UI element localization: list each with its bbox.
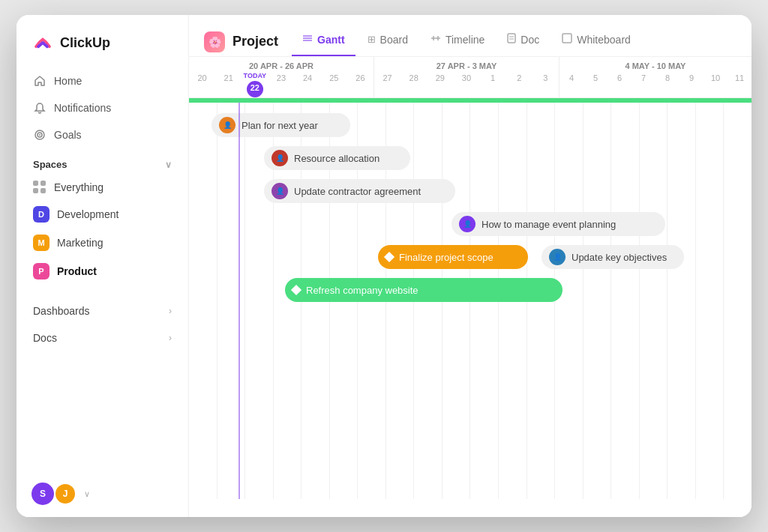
marketing-label: Marketing <box>57 237 103 249</box>
date-range-2: 27 APR - 3 MAY <box>374 57 559 72</box>
sidebar-item-development[interactable]: D Development <box>26 200 179 229</box>
development-label: Development <box>57 208 119 220</box>
product-badge: P <box>33 263 50 279</box>
dashboards-label: Dashboards <box>33 305 90 317</box>
avatar-user1[interactable]: S <box>32 483 54 505</box>
sidebar-item-docs[interactable]: Docs › <box>16 324 188 351</box>
task-avatar-plan: 👤 <box>219 117 236 133</box>
svg-rect-9 <box>508 34 515 43</box>
project-icon: 🌸 <box>204 31 225 52</box>
task-row: 👤 Resource allocation <box>189 142 752 175</box>
home-icon <box>33 74 46 88</box>
date-cell: 21 <box>217 72 241 97</box>
task-avatar-resource: 👤 <box>272 150 288 166</box>
timeline-tab-icon <box>430 33 441 46</box>
task-rows: 👤 Plan for next year 👤 Resource allocati… <box>189 103 752 312</box>
task-label-plan: Plan for next year <box>242 120 318 131</box>
gantt-date-header: 20 APR - 26 APR 20 21 TODAY 22 23 24 25 … <box>189 57 752 98</box>
sidebar-item-everything[interactable]: Everything <box>26 175 179 200</box>
dashboards-chevron-icon: › <box>169 306 172 316</box>
task-label-website: Refresh company website <box>306 285 418 296</box>
spaces-chevron-icon[interactable]: ∨ <box>165 160 172 170</box>
tab-timeline[interactable]: Timeline <box>420 27 495 56</box>
project-title: Project <box>232 34 278 49</box>
main-content: 🌸 Project Gantt ⊞ Board Timelin <box>189 15 752 517</box>
diamond-icon-website <box>291 285 302 295</box>
gantt-tab-icon <box>302 33 313 46</box>
tab-gantt[interactable]: Gantt <box>292 27 356 56</box>
docs-chevron-icon: › <box>169 333 172 343</box>
date-cell: 20 <box>190 72 214 97</box>
task-bar-objectives[interactable]: 👤 Update key objectives <box>542 245 684 269</box>
board-tab-label: Board <box>380 34 408 46</box>
svg-rect-12 <box>562 34 572 43</box>
everything-grid-icon <box>33 181 46 194</box>
tab-board[interactable]: ⊞ Board <box>357 28 418 56</box>
diamond-icon-finalize <box>384 252 394 262</box>
date-cell: 23 <box>269 72 293 97</box>
task-label-resource: Resource allocation <box>294 153 380 164</box>
development-badge: D <box>33 206 50 223</box>
task-bar-contractor[interactable]: 👤 Update contractor agreement <box>264 179 455 203</box>
svg-point-2 <box>39 134 40 136</box>
sidebar-item-home[interactable]: Home <box>26 67 179 94</box>
gantt-chart: 20 APR - 26 APR 20 21 TODAY 22 23 24 25 … <box>189 57 752 517</box>
footer-chevron-icon[interactable]: ∨ <box>84 489 90 499</box>
spaces-header: Spaces ∨ <box>16 148 188 175</box>
logo-area: ClickUp <box>16 15 188 67</box>
task-avatar-contractor: 👤 <box>272 183 288 199</box>
docs-label: Docs <box>33 332 57 344</box>
whiteboard-tab-icon <box>562 33 572 46</box>
sidebar-item-dashboards[interactable]: Dashboards › <box>16 297 188 324</box>
doc-tab-icon <box>507 33 516 46</box>
app-window: ClickUp Home Notifications Goals <box>16 15 752 517</box>
sidebar: ClickUp Home Notifications Goals <box>16 15 189 517</box>
tab-doc[interactable]: Doc <box>496 27 550 56</box>
task-bar-resource[interactable]: 👤 Resource allocation <box>264 146 410 170</box>
task-row: Finalize project scope 👤 Update key obje… <box>189 241 752 273</box>
logo-text: ClickUp <box>60 35 110 51</box>
sidebar-item-goals-label: Goals <box>54 129 82 141</box>
tab-whiteboard[interactable]: Whiteboard <box>551 27 641 56</box>
sidebar-item-notifications[interactable]: Notifications <box>26 94 179 121</box>
sidebar-item-marketing[interactable]: M Marketing <box>26 229 179 257</box>
task-bar-finalize[interactable]: Finalize project scope <box>378 245 528 269</box>
date-cell: 26 <box>348 72 372 97</box>
today-vertical-line <box>238 103 240 499</box>
task-bar-website[interactable]: Refresh company website <box>285 278 562 302</box>
task-bar-event[interactable]: 👤 How to manage event planning <box>452 212 665 236</box>
task-avatar-objectives: 👤 <box>549 249 566 265</box>
task-row: 👤 How to manage event planning <box>189 208 752 241</box>
top-bar: 🌸 Project Gantt ⊞ Board Timelin <box>189 15 752 57</box>
gantt-tab-label: Gantt <box>317 34 345 46</box>
date-cell: 24 <box>296 72 320 97</box>
sidebar-item-goals[interactable]: Goals <box>26 121 179 148</box>
product-label: Product <box>57 265 97 277</box>
avatar-user2[interactable]: J <box>54 483 76 505</box>
today-date-cell: 22 <box>247 81 263 97</box>
date-cell: 25 <box>322 72 346 97</box>
marketing-badge: M <box>33 235 50 251</box>
sidebar-footer: S J ∨ <box>16 471 188 517</box>
sidebar-nav: Home Notifications Goals <box>16 67 188 148</box>
tab-navigation: Gantt ⊞ Board Timeline Doc <box>292 27 641 56</box>
goals-icon <box>33 128 46 142</box>
task-row: Refresh company website <box>189 273 752 306</box>
everything-label: Everything <box>54 181 104 193</box>
date-range-3: 4 MAY - 10 MAY <box>560 57 752 72</box>
bell-icon <box>33 101 46 115</box>
board-tab-icon: ⊞ <box>368 34 376 45</box>
task-label-finalize: Finalize project scope <box>399 252 494 263</box>
date-range-1: 20 APR - 26 APR <box>189 57 374 72</box>
task-row: 👤 Update contractor agreement <box>189 175 752 208</box>
doc-tab-label: Doc <box>520 34 539 46</box>
sidebar-item-product[interactable]: P Product <box>26 257 179 285</box>
whiteboard-tab-label: Whiteboard <box>577 34 631 46</box>
timeline-tab-label: Timeline <box>446 34 484 46</box>
task-row: 👤 Plan for next year <box>189 109 752 142</box>
today-label: TODAY <box>244 72 267 79</box>
task-bar-plan[interactable]: 👤 Plan for next year <box>212 113 350 137</box>
clickup-logo-icon <box>32 31 54 54</box>
spaces-label: Spaces <box>33 159 68 170</box>
task-avatar-event: 👤 <box>459 216 476 232</box>
